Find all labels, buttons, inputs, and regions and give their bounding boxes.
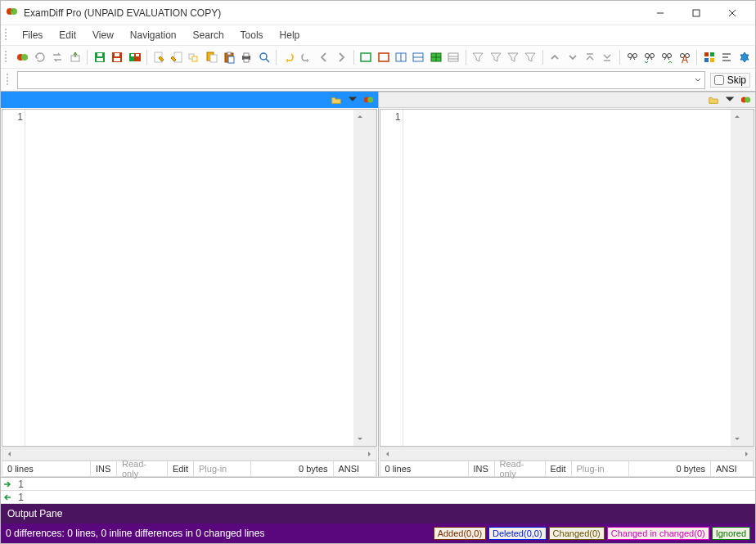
svg-rect-24 xyxy=(210,55,217,62)
refresh-icon[interactable] xyxy=(32,48,47,66)
find-3-icon[interactable] xyxy=(659,48,675,66)
open-file-left-icon[interactable] xyxy=(329,92,344,107)
nav-top-icon[interactable] xyxy=(582,48,597,66)
edit-right-icon[interactable] xyxy=(169,48,184,66)
svg-rect-17 xyxy=(131,54,134,56)
search-dropdown-icon[interactable] xyxy=(692,74,704,86)
hscrollbar-right[interactable] xyxy=(380,447,755,461)
layout-grid-icon[interactable] xyxy=(428,48,443,66)
status-deleted[interactable]: Deleted(0,0) xyxy=(488,527,547,540)
copy-block-icon[interactable] xyxy=(204,48,219,66)
compare-right-icon[interactable] xyxy=(739,92,754,107)
status-changed-in-changed[interactable]: Changed in changed(0) xyxy=(607,527,709,540)
svg-rect-26 xyxy=(227,52,231,55)
svg-rect-10 xyxy=(97,53,102,56)
undo-icon[interactable] xyxy=(281,48,296,66)
svg-rect-62 xyxy=(704,58,709,62)
menu-navigation[interactable]: Navigation xyxy=(122,27,185,43)
svg-rect-29 xyxy=(244,53,249,56)
redo-icon[interactable] xyxy=(299,48,314,66)
save-right-icon[interactable] xyxy=(110,48,125,66)
menu-files[interactable]: Files xyxy=(14,27,51,43)
vscrollbar-left[interactable] xyxy=(353,110,367,446)
statusbar: 0 differences: 0 lines, 0 inline differe… xyxy=(1,524,755,543)
copy-line-icon[interactable] xyxy=(187,48,202,66)
app-icon xyxy=(6,5,24,20)
scroll-left-icon[interactable] xyxy=(2,448,16,460)
layout-single-icon[interactable] xyxy=(376,48,391,66)
skip-checkbox[interactable] xyxy=(714,75,724,85)
paste-icon[interactable] xyxy=(221,48,236,66)
edit-left-icon[interactable] xyxy=(151,48,167,66)
diffbar-right[interactable] xyxy=(744,110,754,446)
sync-arrow-left-icon[interactable] xyxy=(1,493,14,501)
filter-2-icon[interactable] xyxy=(488,48,503,66)
svg-point-49 xyxy=(645,53,649,57)
filter-4-icon[interactable] xyxy=(523,48,538,66)
vscrollbar-right[interactable] xyxy=(731,110,744,446)
compare-icon[interactable] xyxy=(15,48,30,66)
menu-search[interactable]: Search xyxy=(185,27,232,43)
status-changed[interactable]: Changed(0) xyxy=(549,527,605,540)
output-pane-title[interactable]: Output Pane xyxy=(1,504,755,524)
layout-mix-icon[interactable] xyxy=(445,48,461,66)
menubar-gripper-icon[interactable] xyxy=(4,28,11,43)
minimize-button[interactable] xyxy=(642,1,678,25)
open-dropdown-left-icon[interactable] xyxy=(345,92,360,107)
find-4-icon[interactable]: A xyxy=(677,48,692,66)
align-icon[interactable] xyxy=(719,48,735,66)
menu-help[interactable]: Help xyxy=(272,27,308,43)
nav-up-icon[interactable] xyxy=(547,48,563,66)
nav-bottom-icon[interactable] xyxy=(600,48,615,66)
toolbar-gripper-icon[interactable] xyxy=(4,50,10,65)
layout-split-v-icon[interactable] xyxy=(411,48,426,66)
menu-tools[interactable]: Tools xyxy=(232,27,272,43)
save-left-icon[interactable] xyxy=(92,48,107,66)
nav-down-icon[interactable] xyxy=(565,48,580,66)
status-ignored[interactable]: Ignored xyxy=(712,527,750,540)
find-2-icon[interactable] xyxy=(641,48,657,66)
svg-rect-13 xyxy=(115,53,119,56)
extension-icon[interactable] xyxy=(736,48,752,66)
scroll-down-icon[interactable] xyxy=(353,433,367,446)
hscrollbar-left[interactable] xyxy=(2,447,377,461)
options-icon[interactable] xyxy=(701,48,717,66)
search-gripper-icon[interactable] xyxy=(6,73,12,88)
search-input[interactable] xyxy=(17,71,705,89)
editor-right[interactable] xyxy=(403,110,731,446)
scroll-left-icon[interactable] xyxy=(380,448,394,460)
scroll-down-icon[interactable] xyxy=(731,433,744,446)
find-1-icon[interactable] xyxy=(624,48,640,66)
nav-back-icon[interactable] xyxy=(316,48,331,66)
skip-checkbox-group[interactable]: Skip xyxy=(710,73,750,88)
gutter-right: 1 xyxy=(380,110,403,446)
filter-1-icon[interactable] xyxy=(470,48,485,66)
compare-left-icon[interactable] xyxy=(362,92,376,107)
nav-forward-icon[interactable] xyxy=(333,48,349,66)
layout-none-icon[interactable] xyxy=(358,48,374,66)
layout-split-h-icon[interactable] xyxy=(393,48,408,66)
open-dropdown-right-icon[interactable] xyxy=(722,92,737,107)
menu-edit[interactable]: Edit xyxy=(51,27,84,43)
scroll-up-icon[interactable] xyxy=(731,110,744,123)
maximize-button[interactable] xyxy=(678,1,714,25)
filter-3-icon[interactable] xyxy=(505,48,520,66)
close-button[interactable] xyxy=(714,1,750,25)
swap-icon[interactable] xyxy=(50,48,65,66)
preview-icon[interactable] xyxy=(256,48,272,66)
open-file-right-icon[interactable] xyxy=(706,92,721,107)
status-plugin: Plug-in xyxy=(194,461,251,476)
export-icon[interactable] xyxy=(67,48,83,66)
menu-view[interactable]: View xyxy=(84,27,122,43)
status-added[interactable]: Added(0,0) xyxy=(434,527,486,540)
scroll-right-icon[interactable] xyxy=(363,448,376,460)
print-icon[interactable] xyxy=(239,48,254,66)
svg-point-68 xyxy=(367,97,373,103)
diffbar-left[interactable] xyxy=(367,110,376,446)
scroll-right-icon[interactable] xyxy=(740,448,754,460)
pane-right-header xyxy=(379,92,756,108)
scroll-up-icon[interactable] xyxy=(353,110,367,123)
save-both-icon[interactable] xyxy=(127,48,142,66)
editor-left[interactable] xyxy=(25,110,353,446)
sync-arrow-right-icon[interactable] xyxy=(1,480,14,488)
